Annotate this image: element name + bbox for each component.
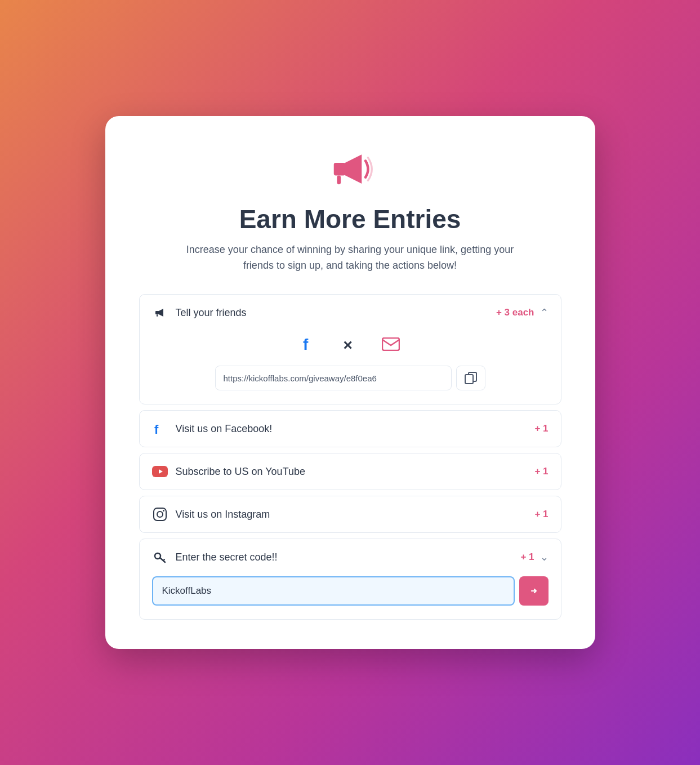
action-label-secret-code: Enter the secret code!!: [176, 551, 278, 563]
earn-entries-card: Earn More Entries Increase your chance o…: [105, 116, 595, 649]
action-row-tell-friends[interactable]: Tell your friends + 3 each ⌃: [152, 305, 549, 321]
share-icons: f ✕: [297, 332, 403, 357]
svg-rect-11: [154, 508, 166, 521]
svg-rect-0: [333, 163, 345, 176]
page-title: Earn More Entries: [139, 205, 561, 234]
secret-code-input[interactable]: [152, 576, 515, 606]
megaphone-small-icon: [152, 305, 168, 321]
action-points-youtube: + 1: [534, 466, 548, 477]
action-label-instagram: Visit us on Instagram: [176, 509, 270, 521]
share-email-button[interactable]: [378, 332, 403, 357]
share-url-input[interactable]: [215, 366, 452, 390]
svg-text:f: f: [303, 336, 309, 353]
megaphone-icon: [325, 143, 376, 196]
secret-code-section: [152, 576, 549, 606]
svg-rect-8: [465, 375, 473, 384]
card-header: Earn More Entries Increase your chance o…: [139, 143, 561, 274]
copy-url-button[interactable]: [456, 366, 485, 390]
action-tell-friends[interactable]: Tell your friends + 3 each ⌃ f: [139, 294, 561, 404]
svg-rect-6: [382, 338, 399, 350]
action-label-facebook: Visit us on Facebook!: [176, 423, 273, 435]
action-label-youtube: Subscribe to US on YouTube: [176, 466, 306, 478]
key-icon: [152, 549, 168, 565]
chevron-down-icon: ⌄: [540, 551, 549, 563]
action-points-secret-code: + 1: [520, 551, 534, 563]
svg-point-13: [163, 510, 164, 512]
page-subtitle: Increase your chance of winning by shari…: [176, 242, 525, 274]
share-twitter-button[interactable]: ✕: [338, 332, 363, 357]
share-url-row: [152, 366, 549, 390]
action-points-tell-friends: + 3 each: [496, 307, 534, 318]
action-visit-instagram[interactable]: Visit us on Instagram + 1: [139, 496, 561, 533]
action-label-tell-friends: Tell your friends: [176, 307, 247, 319]
action-subscribe-youtube[interactable]: Subscribe to US on YouTube + 1: [139, 453, 561, 490]
action-points-instagram: + 1: [534, 509, 548, 520]
svg-rect-2: [155, 311, 159, 314]
svg-text:f: f: [154, 422, 159, 436]
action-points-facebook: + 1: [534, 423, 548, 434]
youtube-icon: [152, 464, 168, 479]
facebook-icon: f: [152, 421, 168, 437]
action-secret-code[interactable]: Enter the secret code!! + 1 ⌄: [139, 539, 561, 620]
svg-rect-3: [157, 314, 158, 317]
chevron-up-icon: ⌃: [540, 306, 549, 319]
instagram-icon: [152, 506, 168, 522]
svg-marker-10: [159, 469, 163, 474]
svg-rect-1: [337, 175, 341, 184]
share-facebook-button[interactable]: f: [297, 332, 322, 357]
action-visit-facebook[interactable]: f Visit us on Facebook! + 1: [139, 410, 561, 447]
actions-list: Tell your friends + 3 each ⌃ f: [139, 294, 561, 620]
svg-line-16: [163, 559, 164, 561]
share-section: f ✕: [152, 332, 549, 390]
svg-point-12: [157, 512, 163, 517]
svg-text:✕: ✕: [342, 339, 353, 353]
secret-code-submit-button[interactable]: [519, 576, 549, 606]
